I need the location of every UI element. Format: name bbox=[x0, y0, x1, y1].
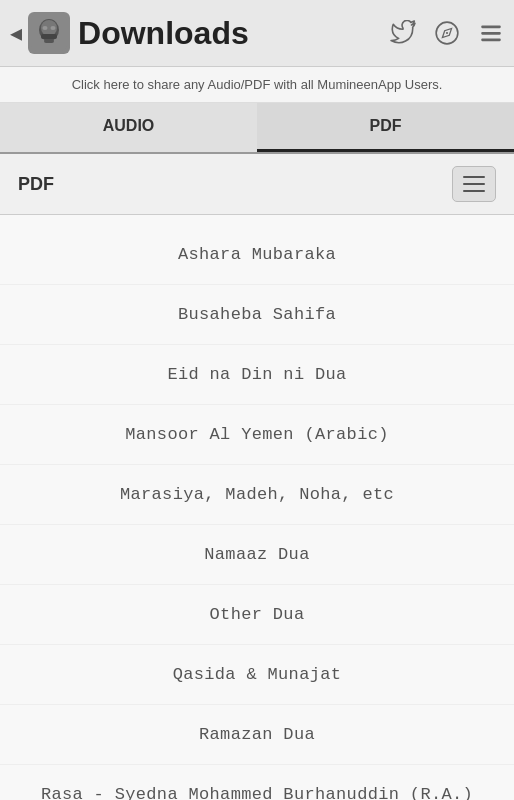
pdf-list-item[interactable]: Other Dua bbox=[0, 585, 514, 645]
safari-icon[interactable] bbox=[434, 20, 460, 46]
hamburger-line-2 bbox=[463, 183, 485, 185]
svg-rect-3 bbox=[41, 34, 57, 39]
app-header: ◀ Downloads bbox=[0, 0, 514, 67]
svg-point-6 bbox=[51, 26, 56, 30]
tab-bar: AUDIO PDF bbox=[0, 103, 514, 154]
section-menu-button[interactable] bbox=[452, 166, 496, 202]
pdf-list-item[interactable]: Namaaz Dua bbox=[0, 525, 514, 585]
section-title: PDF bbox=[18, 174, 54, 195]
svg-point-5 bbox=[43, 26, 48, 30]
svg-rect-11 bbox=[481, 32, 501, 35]
header-action-icons bbox=[390, 20, 504, 46]
tab-audio[interactable]: AUDIO bbox=[0, 103, 257, 152]
pdf-list-item[interactable]: Qasida & Munajat bbox=[0, 645, 514, 705]
menu-icon[interactable] bbox=[478, 20, 504, 46]
twitter-icon[interactable] bbox=[390, 20, 416, 46]
svg-point-9 bbox=[446, 32, 448, 34]
pdf-list-item[interactable]: Busaheba Sahifa bbox=[0, 285, 514, 345]
pdf-list-item[interactable]: Ashara Mubaraka bbox=[0, 225, 514, 285]
pdf-list-item[interactable]: Marasiya, Madeh, Noha, etc bbox=[0, 465, 514, 525]
app-icon bbox=[28, 12, 70, 54]
pdf-list-item[interactable]: Rasa - Syedna Mohammed Burhanuddin (R.A.… bbox=[0, 765, 514, 800]
share-bar-text: Click here to share any Audio/PDF with a… bbox=[72, 77, 443, 92]
share-bar[interactable]: Click here to share any Audio/PDF with a… bbox=[0, 67, 514, 103]
tab-pdf[interactable]: PDF bbox=[257, 103, 514, 152]
pdf-list-item[interactable]: Ramazan Dua bbox=[0, 705, 514, 765]
svg-rect-10 bbox=[481, 25, 501, 28]
page-title: Downloads bbox=[78, 15, 390, 52]
section-header: PDF bbox=[0, 154, 514, 215]
back-button[interactable]: ◀ bbox=[10, 21, 22, 46]
pdf-list-item[interactable]: Eid na Din ni Dua bbox=[0, 345, 514, 405]
hamburger-line-3 bbox=[463, 190, 485, 192]
svg-rect-12 bbox=[481, 38, 501, 41]
hamburger-line-1 bbox=[463, 176, 485, 178]
pdf-list: Ashara MubarakaBusaheba SahifaEid na Din… bbox=[0, 215, 514, 800]
pdf-list-item[interactable]: Mansoor Al Yemen (Arabic) bbox=[0, 405, 514, 465]
svg-rect-4 bbox=[44, 39, 54, 43]
